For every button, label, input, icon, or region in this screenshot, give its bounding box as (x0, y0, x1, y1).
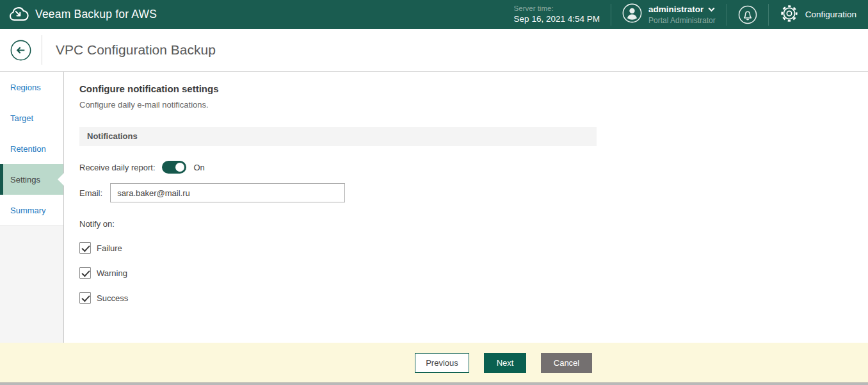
email-field[interactable] (110, 183, 345, 202)
receive-daily-report-label: Receive daily report: (79, 163, 156, 172)
title-bar: VPC Configuration Backup (0, 29, 868, 72)
veeam-cloud-arrow-icon (8, 5, 29, 24)
header-divider (727, 4, 727, 26)
email-row: Email: (79, 183, 868, 202)
settings-step-content: Configure notification settings Configur… (64, 72, 868, 343)
notifications-bell-button[interactable] (738, 5, 757, 24)
header-divider (768, 4, 769, 26)
cancel-button[interactable]: Cancel (541, 353, 592, 373)
next-button[interactable]: Next (484, 353, 526, 373)
user-role: Portal Administrator (648, 16, 716, 26)
wizard-steps-sidebar: Regions Target Retention Settings Summar… (0, 72, 64, 343)
sidebar-item-regions[interactable]: Regions (0, 72, 63, 102)
sidebar-item-retention[interactable]: Retention (0, 133, 63, 164)
notify-failure-option[interactable]: Failure (79, 242, 868, 254)
toggle-state-label: On (194, 163, 205, 172)
server-time-label: Server time: (514, 4, 600, 14)
configuration-button[interactable]: Configuration (780, 4, 856, 26)
warning-checkbox[interactable] (79, 267, 91, 279)
sidebar-item-settings[interactable]: Settings (0, 164, 63, 195)
title-divider (42, 35, 42, 65)
veeam-backup-aws-window: Veeam Backup for AWS Server time: Sep 16… (0, 0, 868, 385)
notify-success-option[interactable]: Success (79, 292, 868, 304)
header-divider (611, 4, 611, 26)
wizard-footer: Previous Next Cancel (0, 343, 868, 382)
success-checkbox-label: Success (97, 293, 128, 303)
toggle-knob (175, 163, 184, 172)
server-time-value: Sep 16, 2021 4:54 PM (514, 13, 600, 25)
step-subheading: Configure daily e-mail notifications. (79, 99, 868, 111)
page-title: VPC Configuration Backup (56, 42, 216, 58)
user-avatar-icon (622, 3, 642, 26)
warning-checkbox-label: Warning (97, 268, 127, 278)
window-bottom-edge (0, 382, 868, 385)
notifications-section-header: Notifications (79, 127, 597, 146)
app-title: Veeam Backup for AWS (35, 8, 157, 21)
gear-icon (780, 4, 799, 26)
failure-checkbox-label: Failure (97, 243, 122, 253)
notify-on-label: Notify on: (79, 219, 868, 229)
chevron-down-icon (708, 3, 715, 16)
receive-daily-report-toggle[interactable] (162, 161, 186, 174)
configuration-label: Configuration (805, 10, 856, 19)
receive-daily-report-row: Receive daily report: On (79, 161, 868, 174)
sidebar-item-target[interactable]: Target (0, 102, 63, 133)
back-button[interactable] (10, 40, 31, 61)
previous-button[interactable]: Previous (415, 353, 469, 373)
back-arrow-icon (10, 40, 31, 61)
success-checkbox[interactable] (79, 292, 91, 304)
email-label: Email: (79, 188, 102, 198)
app-header: Veeam Backup for AWS Server time: Sep 16… (0, 0, 868, 29)
step-heading: Configure notification settings (79, 83, 868, 95)
server-time: Server time: Sep 16, 2021 4:54 PM (514, 4, 600, 26)
notify-warning-option[interactable]: Warning (79, 267, 868, 279)
user-name: administrator (648, 4, 703, 15)
bell-icon (738, 5, 757, 24)
user-menu[interactable]: administrator Portal Administrator (622, 3, 716, 26)
sidebar-filler (0, 225, 63, 343)
failure-checkbox[interactable] (79, 242, 91, 254)
sidebar-item-summary[interactable]: Summary (0, 195, 63, 225)
